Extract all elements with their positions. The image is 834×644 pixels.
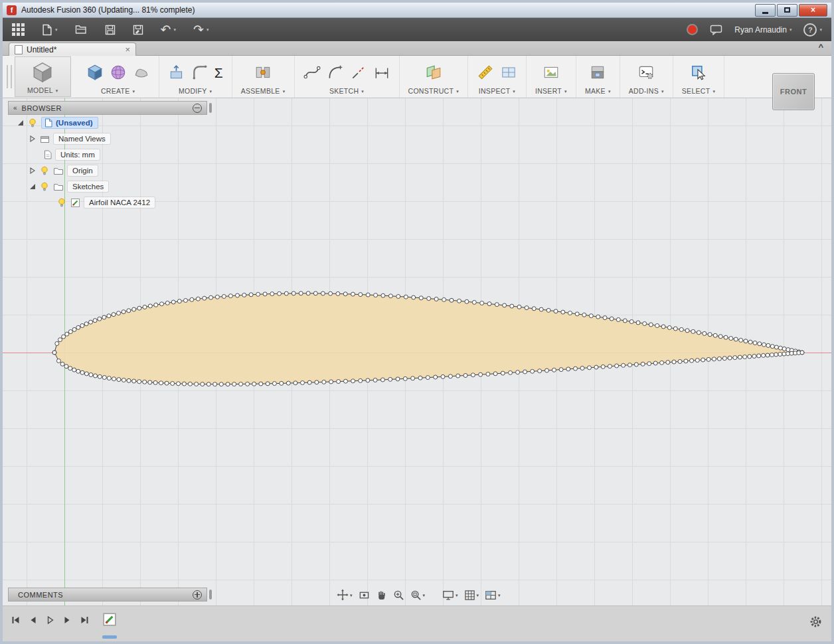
- spline-point[interactable]: [159, 381, 163, 385]
- spline-point[interactable]: [442, 297, 446, 301]
- display-settings-button[interactable]: ▾: [441, 589, 459, 602]
- spline-point[interactable]: [782, 352, 786, 356]
- spline-point[interactable]: [643, 322, 647, 326]
- spline-point[interactable]: [188, 382, 192, 386]
- section-analysis-icon[interactable]: [500, 64, 517, 81]
- spline-point[interactable]: [559, 368, 563, 372]
- ribbon-group-add-ins[interactable]: ADD-INS▾: [620, 56, 673, 98]
- spline-point[interactable]: [107, 376, 111, 380]
- spline-point[interactable]: [634, 362, 638, 366]
- spline-point[interactable]: [552, 368, 556, 372]
- spline-point[interactable]: [450, 298, 454, 302]
- spline-point[interactable]: [546, 308, 550, 312]
- comments-header[interactable]: COMMENTS: [8, 588, 207, 602]
- spline-point[interactable]: [404, 295, 408, 299]
- spline-point[interactable]: [770, 345, 774, 349]
- ribbon-group-select[interactable]: SELECT▾: [673, 56, 724, 98]
- tab-untitled[interactable]: Untitled* ×: [9, 42, 136, 56]
- spline-point[interactable]: [539, 307, 543, 311]
- spline-point[interactable]: [655, 324, 659, 328]
- spline-point[interactable]: [582, 313, 586, 317]
- spline-point[interactable]: [359, 293, 363, 297]
- comments-scrollbar-grip[interactable]: [209, 590, 212, 600]
- spline-point[interactable]: [622, 363, 626, 367]
- spline-point[interactable]: [72, 368, 76, 372]
- fit-button[interactable]: ▾: [409, 589, 427, 602]
- spline-point[interactable]: [143, 380, 147, 384]
- spline-point[interactable]: [177, 382, 181, 386]
- viewports-button[interactable]: ▾: [483, 589, 502, 602]
- expander-collapsed-icon[interactable]: [29, 167, 36, 174]
- titlebar[interactable]: f Autodesk Fusion 360 (Updating... 81% c…: [3, 3, 831, 18]
- spline-point[interactable]: [708, 333, 712, 337]
- spline-point[interactable]: [465, 299, 469, 303]
- spline-point[interactable]: [703, 331, 707, 335]
- spline-point[interactable]: [589, 314, 593, 318]
- spline-point[interactable]: [479, 372, 483, 376]
- spline-point[interactable]: [190, 297, 194, 301]
- spline-point[interactable]: [770, 353, 774, 357]
- spline-point[interactable]: [299, 291, 303, 295]
- spline-point[interactable]: [672, 360, 676, 364]
- visibility-bulb-icon[interactable]: [40, 182, 49, 191]
- spline-point[interactable]: [629, 320, 633, 324]
- spline-point[interactable]: [748, 355, 752, 359]
- arc-icon[interactable]: [327, 64, 344, 81]
- spline-point[interactable]: [132, 379, 136, 383]
- spline-point[interactable]: [666, 361, 670, 364]
- spline-point[interactable]: [695, 359, 699, 362]
- go-to-start-button[interactable]: [11, 615, 21, 625]
- spline-point[interactable]: [286, 381, 290, 385]
- spline-point[interactable]: [525, 306, 529, 310]
- fillet-icon[interactable]: [191, 64, 208, 81]
- spline-point[interactable]: [738, 355, 742, 359]
- spline-point[interactable]: [112, 377, 116, 381]
- ribbon-group-sketch[interactable]: SKETCH▾: [295, 56, 400, 98]
- spline-point[interactable]: [313, 291, 317, 295]
- collapse-ribbon-chevron[interactable]: ^: [818, 42, 823, 52]
- spline-point[interactable]: [80, 370, 84, 374]
- step-back-button[interactable]: [28, 615, 38, 625]
- spline-point[interactable]: [68, 366, 72, 370]
- redo-button[interactable]: ↷ ▾: [193, 23, 208, 36]
- spline-point[interactable]: [242, 293, 246, 297]
- spline-point[interactable]: [517, 305, 521, 309]
- spline-point[interactable]: [412, 295, 416, 299]
- ribbon-group-assemble[interactable]: ASSEMBLE▾: [232, 56, 295, 98]
- spline-point[interactable]: [653, 361, 657, 365]
- timeline-scroll-thumb[interactable]: [102, 635, 117, 639]
- collapse-panel-icon[interactable]: «: [13, 105, 17, 112]
- spline-point[interactable]: [329, 380, 333, 384]
- spline-point[interactable]: [203, 296, 207, 300]
- spline-point[interactable]: [336, 291, 340, 295]
- file-menu-button[interactable]: ▾: [42, 24, 58, 36]
- active-document-highlight[interactable]: (Unsaved): [41, 117, 98, 129]
- spline-point[interactable]: [222, 295, 226, 299]
- airfoil-profile[interactable]: [54, 293, 802, 384]
- spline-point[interactable]: [628, 363, 632, 367]
- spline-point[interactable]: [757, 354, 761, 358]
- ribbon-group-insert[interactable]: INSERT▾: [527, 56, 576, 98]
- go-to-end-button[interactable]: [80, 615, 90, 625]
- spline-point[interactable]: [154, 303, 158, 307]
- ribbon-group-model[interactable]: MODEL▾: [15, 56, 71, 97]
- browser-row-root[interactable]: (Unsaved): [8, 115, 207, 131]
- add-comment-icon[interactable]: [193, 590, 202, 600]
- spline-point[interactable]: [270, 292, 274, 296]
- browser-row-airfoil-sketch[interactable]: Airfoil NACA 2412: [8, 195, 207, 210]
- spline-point[interactable]: [766, 353, 770, 357]
- spline-point[interactable]: [246, 382, 250, 386]
- spline-point[interactable]: [685, 329, 689, 333]
- spline-point[interactable]: [778, 346, 782, 350]
- spline-point[interactable]: [219, 382, 223, 386]
- spline-point[interactable]: [252, 382, 256, 386]
- create-sphere-icon[interactable]: [110, 64, 127, 81]
- press-pull-icon[interactable]: [168, 64, 185, 81]
- spline-point[interactable]: [728, 356, 732, 360]
- spline-point[interactable]: [102, 315, 106, 319]
- spline-point[interactable]: [782, 347, 786, 351]
- expander-collapsed-icon[interactable]: [29, 135, 36, 142]
- spline-point[interactable]: [717, 357, 721, 361]
- spline-point[interactable]: [259, 382, 263, 386]
- spline-point[interactable]: [411, 376, 415, 380]
